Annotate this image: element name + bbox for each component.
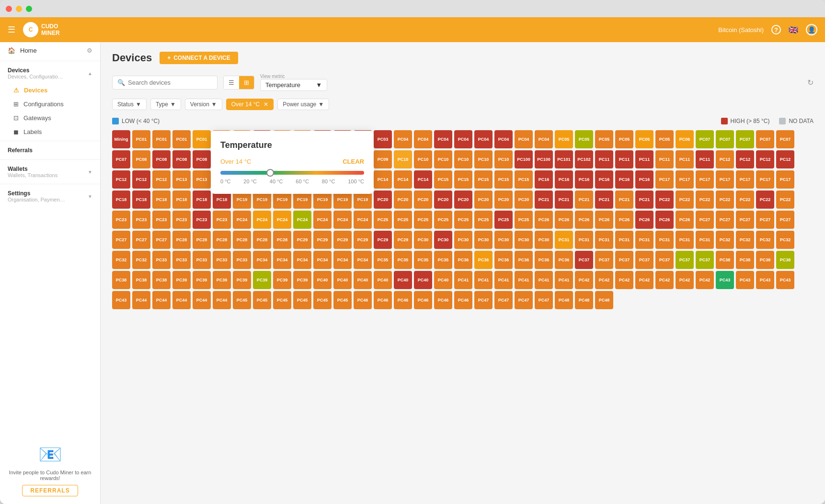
device-cell[interactable]: PC44: [193, 291, 211, 309]
device-cell[interactable]: PC30: [454, 231, 472, 249]
device-cell[interactable]: PC23: [152, 211, 171, 229]
device-cell[interactable]: PC04: [494, 130, 513, 148]
device-cell[interactable]: PC23: [132, 211, 150, 229]
device-cell[interactable]: PC37: [676, 251, 694, 269]
device-cell[interactable]: PC29: [293, 231, 311, 249]
hamburger-menu[interactable]: ☰: [8, 24, 15, 35]
device-cell[interactable]: PC27: [132, 231, 150, 249]
device-cell[interactable]: PC21: [595, 190, 613, 209]
grid-view-button[interactable]: ⊞: [239, 76, 254, 89]
device-cell[interactable]: PC27: [112, 231, 130, 249]
device-cell[interactable]: PC36: [515, 251, 533, 269]
device-cell[interactable]: PC28: [253, 231, 271, 249]
device-cell[interactable]: PC05: [595, 130, 613, 148]
search-box[interactable]: 🔍: [112, 76, 218, 90]
device-cell[interactable]: PC22: [655, 190, 674, 209]
device-cell[interactable]: PC12: [756, 150, 774, 168]
device-cell[interactable]: PC13: [193, 170, 211, 189]
device-cell[interactable]: PC26: [655, 211, 674, 229]
metric-select[interactable]: Temperature ▼: [260, 79, 327, 91]
help-icon[interactable]: ?: [771, 25, 781, 34]
device-cell[interactable]: PC18: [112, 190, 130, 209]
device-cell[interactable]: PC43: [776, 271, 794, 289]
device-cell[interactable]: PC07: [112, 150, 130, 168]
device-cell[interactable]: PC102: [575, 150, 593, 168]
device-cell[interactable]: PC35: [394, 251, 412, 269]
device-cell[interactable]: PC26: [595, 211, 613, 229]
device-cell[interactable]: PC44: [172, 291, 191, 309]
device-cell[interactable]: PC43: [736, 271, 754, 289]
device-cell[interactable]: PC39: [253, 271, 271, 289]
device-cell[interactable]: PC26: [676, 211, 694, 229]
device-cell[interactable]: PC21: [535, 190, 553, 209]
device-cell[interactable]: PC03: [374, 130, 392, 148]
device-cell[interactable]: PC42: [635, 271, 653, 289]
device-cell[interactable]: PC06: [676, 130, 694, 148]
device-cell[interactable]: PC22: [716, 190, 734, 209]
device-cell[interactable]: PC30: [535, 231, 553, 249]
device-cell[interactable]: PC45: [333, 291, 352, 309]
device-cell[interactable]: PC100: [535, 150, 553, 168]
device-cell[interactable]: PC48: [595, 291, 613, 309]
device-cell[interactable]: PC32: [756, 231, 774, 249]
device-cell[interactable]: PC31: [655, 231, 674, 249]
device-cell[interactable]: PC40: [414, 271, 432, 289]
device-cell[interactable]: PC34: [313, 251, 332, 269]
device-cell[interactable]: PC42: [655, 271, 674, 289]
device-cell[interactable]: PC47: [515, 291, 533, 309]
device-cell[interactable]: PC16: [595, 170, 613, 189]
device-cell[interactable]: PC36: [474, 251, 493, 269]
device-cell[interactable]: PC15: [454, 170, 472, 189]
device-cell[interactable]: PC42: [615, 271, 633, 289]
device-cell[interactable]: PC08: [132, 150, 150, 168]
device-cell[interactable]: PC38: [716, 251, 734, 269]
device-cell[interactable]: PC07: [736, 130, 754, 148]
device-cell[interactable]: PC29: [333, 231, 352, 249]
device-cell[interactable]: PC28: [213, 231, 231, 249]
device-cell[interactable]: PC31: [676, 231, 694, 249]
device-cell[interactable]: PC34: [333, 251, 352, 269]
type-filter[interactable]: Type ▼: [150, 99, 181, 110]
device-cell[interactable]: PC38: [736, 251, 754, 269]
temperature-slider-track[interactable]: [220, 171, 364, 175]
maximize-btn[interactable]: [26, 6, 32, 12]
device-cell[interactable]: PC16: [615, 170, 633, 189]
device-cell[interactable]: PC40: [394, 271, 412, 289]
device-cell[interactable]: PC27: [776, 211, 794, 229]
device-cell[interactable]: PC04: [515, 130, 533, 148]
device-cell[interactable]: PC24: [253, 211, 271, 229]
device-cell[interactable]: PC07: [756, 130, 774, 148]
device-cell[interactable]: PC35: [414, 251, 432, 269]
device-cell[interactable]: PC33: [233, 251, 251, 269]
device-cell[interactable]: PC43: [112, 291, 130, 309]
device-cell[interactable]: PC36: [535, 251, 553, 269]
device-cell[interactable]: PC39: [273, 271, 291, 289]
device-cell[interactable]: PC47: [494, 291, 513, 309]
search-input[interactable]: [128, 79, 205, 86]
device-cell[interactable]: PC42: [595, 271, 613, 289]
device-cell[interactable]: PC26: [555, 211, 573, 229]
device-cell[interactable]: PC32: [776, 231, 794, 249]
device-cell[interactable]: PC12: [152, 170, 171, 189]
device-cell[interactable]: PC35: [374, 251, 392, 269]
device-cell[interactable]: PC05: [635, 130, 653, 148]
device-cell[interactable]: PC31: [555, 231, 573, 249]
device-cell[interactable]: PC14: [394, 170, 412, 189]
device-cell[interactable]: PC24: [273, 211, 291, 229]
device-cell[interactable]: PC46: [434, 291, 452, 309]
device-cell[interactable]: PC27: [152, 231, 171, 249]
device-cell[interactable]: PC41: [535, 271, 553, 289]
device-cell[interactable]: PC10: [494, 150, 513, 168]
device-cell[interactable]: PC45: [233, 291, 251, 309]
device-cell[interactable]: PC26: [575, 211, 593, 229]
device-cell[interactable]: PC07: [696, 130, 714, 148]
device-cell[interactable]: PC15: [474, 170, 493, 189]
device-cell[interactable]: PC20: [494, 190, 513, 209]
device-cell[interactable]: PC32: [112, 251, 130, 269]
device-cell[interactable]: PC04: [434, 130, 452, 148]
devices-section-header[interactable]: Devices Devices, Configurations, Gat... …: [0, 63, 100, 83]
device-cell[interactable]: PC11: [676, 150, 694, 168]
device-cell[interactable]: PC42: [696, 271, 714, 289]
sidebar-item-gateways[interactable]: ⊡ Gateways: [0, 111, 100, 125]
device-cell[interactable]: PC46: [374, 291, 392, 309]
